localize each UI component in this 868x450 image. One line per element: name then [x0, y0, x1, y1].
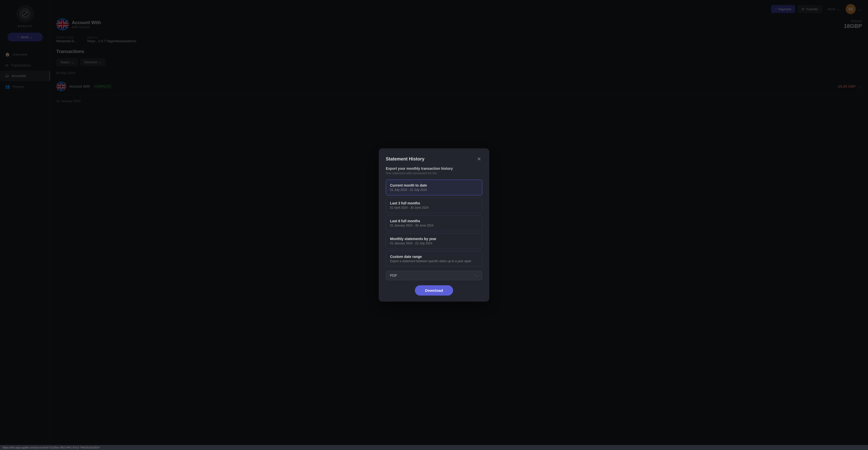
option-monthly-by-year-dates: 01 January 2024 - 22 July 2024: [390, 242, 478, 245]
option-last-6-months-title: Last 6 full months: [390, 219, 478, 223]
option-current-month-dates: 01 July 2024 - 22 July 2024: [390, 188, 478, 192]
option-last-3-months-title: Last 3 full months: [390, 201, 478, 205]
format-select[interactable]: PDF CSV: [386, 271, 482, 280]
modal-overlay[interactable]: Statement History ✕ Export your monthly …: [0, 0, 868, 450]
option-current-month-title: Current month to date: [390, 183, 478, 187]
format-row: PDF CSV: [386, 271, 482, 280]
option-last-3-months-dates: 01 April 2024 - 30 June 2024: [390, 206, 478, 210]
download-button[interactable]: Download: [415, 285, 453, 295]
option-monthly-by-year[interactable]: Monthly statements by year 01 January 20…: [386, 233, 482, 249]
modal-header: Statement History ✕: [386, 155, 482, 162]
option-monthly-by-year-title: Monthly statements by year: [390, 237, 478, 241]
statement-history-modal: Statement History ✕ Export your monthly …: [379, 149, 489, 301]
modal-title: Statement History: [386, 156, 425, 162]
option-custom-range-dates: Export a statement between specific date…: [390, 259, 478, 263]
option-custom-range[interactable]: Custom date range Export a statement bet…: [386, 251, 482, 267]
url-bar: https://dev.app.egaliti.com/accounts/e71…: [0, 445, 868, 450]
option-current-month[interactable]: Current month to date 01 July 2024 - 22 …: [386, 180, 482, 195]
option-last-6-months-dates: 01 January 2024 - 30 June 2024: [390, 224, 478, 227]
option-last-6-months[interactable]: Last 6 full months 01 January 2024 - 30 …: [386, 215, 482, 231]
format-selector-wrapper: PDF CSV: [386, 271, 482, 280]
option-custom-range-title: Custom date range: [390, 255, 478, 259]
option-last-3-months[interactable]: Last 3 full months 01 April 2024 - 30 Ju…: [386, 197, 482, 213]
modal-close-button[interactable]: ✕: [476, 155, 482, 162]
modal-description: One statement with transaction for the: [386, 171, 482, 175]
modal-subtitle: Export your monthly transaction history: [386, 166, 482, 170]
url-text: https://dev.app.egaliti.com/accounts/e71…: [2, 446, 100, 449]
